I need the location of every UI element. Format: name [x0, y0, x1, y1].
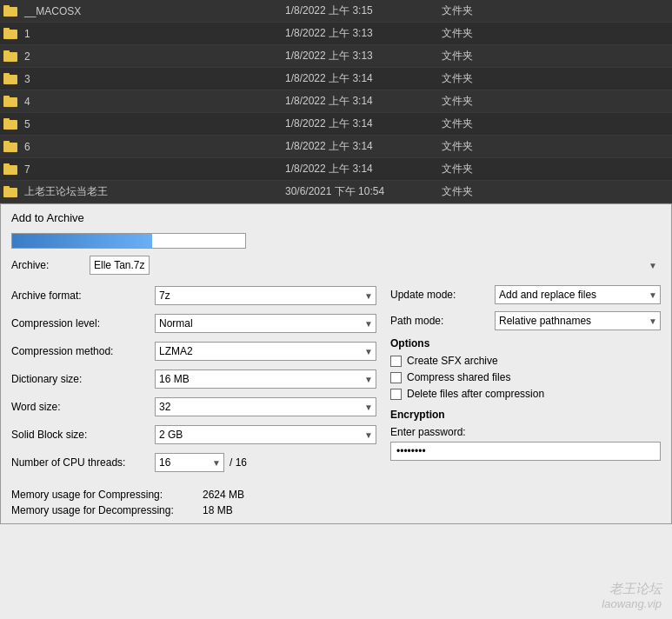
file-date: 1/8/2022 上午 3:14 [285, 162, 442, 176]
progress-bar-fill [12, 234, 152, 248]
bottom-area: Memory usage for Compressing: 2624 MB Me… [1, 485, 671, 523]
compression-method-select[interactable]: LZMA2 [155, 342, 376, 361]
form-area: Archive format: 7z Compression level: No… [1, 280, 671, 485]
word-size-row: Word size: 32 [11, 396, 376, 417]
delete-after-label: Delete files after compression [407, 388, 544, 400]
archive-format-label: Archive format: [11, 290, 155, 302]
compression-level-row: Compression level: Normal [11, 313, 376, 334]
watermark-text2: laowang.vip [602, 597, 662, 610]
compress-shared-checkbox[interactable] [390, 372, 402, 383]
archive-format-row: Archive format: 7z [11, 285, 376, 306]
file-date: 1/8/2022 上午 3:13 [285, 26, 442, 41]
path-mode-row: Path mode: Relative pathnames [390, 311, 661, 330]
svg-rect-13 [3, 141, 10, 144]
word-size-select[interactable]: 32 [155, 397, 376, 416]
form-left: Archive format: 7z Compression level: No… [11, 285, 376, 480]
folder-icon [3, 185, 19, 199]
memory-decompress-value: 18 MB [203, 504, 233, 516]
main-container: __MACOSX 1/8/2022 上午 3:15 文件夹 1 1/8/2022… [0, 0, 672, 619]
compress-shared-row: Compress shared files [390, 371, 661, 383]
archive-select[interactable]: Elle Tan.7z [90, 256, 150, 275]
file-row-5[interactable]: 5 1/8/2022 上午 3:14 文件夹 [0, 113, 672, 136]
folder-icon [3, 117, 19, 131]
cpu-threads-suffix: / 16 [230, 456, 247, 469]
archive-row: Archive: Elle Tan.7z [1, 254, 671, 280]
file-row-6[interactable]: 6 1/8/2022 上午 3:14 文件夹 [0, 136, 672, 158]
file-name: 5 [24, 118, 285, 130]
dialog-title: Add to Archive [1, 204, 671, 230]
progress-bar-container [11, 233, 246, 249]
cpu-threads-select[interactable]: 16 [155, 453, 224, 472]
compression-method-wrapper: LZMA2 [155, 342, 376, 361]
dictionary-size-wrapper: 16 MB [155, 369, 376, 389]
options-title: Options [390, 337, 661, 349]
file-row-4[interactable]: 4 1/8/2022 上午 3:14 文件夹 [0, 90, 672, 113]
file-row-laowang[interactable]: 上老王论坛当老王 30/6/2021 下午 10:54 文件夹 [0, 181, 672, 203]
compression-method-row: Compression method: LZMA2 [11, 341, 376, 362]
memory-compress-value: 2624 MB [203, 489, 244, 501]
svg-rect-5 [3, 50, 10, 54]
compression-method-label: Compression method: [11, 345, 155, 357]
file-row-3[interactable]: 3 1/8/2022 上午 3:14 文件夹 [0, 68, 672, 90]
create-sfx-label: Create SFX archive [407, 355, 498, 367]
file-date: 1/8/2022 上午 3:14 [285, 71, 442, 86]
archive-select-wrapper: Elle Tan.7z [90, 256, 661, 275]
file-date: 1/8/2022 上午 3:15 [285, 3, 442, 18]
memory-compress-label: Memory usage for Compressing: [11, 489, 203, 501]
archive-format-select[interactable]: 7z [155, 286, 376, 305]
file-type: 文件夹 [442, 116, 669, 131]
file-name: 2 [24, 50, 285, 63]
delete-after-checkbox[interactable] [390, 389, 402, 400]
dictionary-size-select[interactable]: 16 MB [155, 369, 376, 389]
solid-block-label: Solid Block size: [11, 429, 155, 441]
update-mode-wrapper: Add and replace files [495, 285, 661, 304]
folder-icon [3, 50, 19, 63]
file-date: 1/8/2022 上午 3:13 [285, 49, 442, 63]
file-name: 4 [24, 96, 285, 108]
file-name: __MACOSX [24, 5, 285, 17]
svg-rect-3 [3, 28, 10, 31]
create-sfx-checkbox[interactable] [390, 356, 402, 367]
file-name: 6 [24, 141, 285, 153]
memory-decompress-label: Memory usage for Decompressing: [11, 504, 203, 516]
password-field[interactable] [390, 442, 661, 461]
memory-compress-row: Memory usage for Compressing: 2624 MB [11, 489, 661, 501]
word-size-wrapper: 32 [155, 397, 376, 416]
file-type: 文件夹 [442, 3, 669, 18]
svg-rect-11 [3, 118, 10, 122]
file-list-area: __MACOSX 1/8/2022 上午 3:15 文件夹 1 1/8/2022… [0, 0, 672, 203]
watermark-text1: 老王论坛 [602, 581, 662, 597]
solid-block-select[interactable]: 2 GB [155, 425, 376, 444]
path-mode-label: Path mode: [390, 315, 495, 327]
password-label: Enter password: [390, 426, 661, 438]
file-type: 文件夹 [442, 162, 669, 176]
file-name: 3 [24, 73, 285, 85]
file-date: 30/6/2021 下午 10:54 [285, 184, 442, 199]
encryption-section: Encryption Enter password: [390, 409, 661, 461]
folder-icon [3, 27, 19, 41]
folder-icon [3, 140, 19, 154]
dictionary-size-label: Dictionary size: [11, 373, 155, 385]
create-sfx-row: Create SFX archive [390, 355, 661, 367]
update-mode-label: Update mode: [390, 289, 495, 301]
file-type: 文件夹 [442, 49, 669, 63]
folder-icon [3, 72, 19, 86]
svg-rect-17 [3, 186, 10, 190]
svg-rect-7 [3, 73, 10, 77]
form-right: Update mode: Add and replace files Path … [390, 285, 661, 480]
file-row-macosx[interactable]: __MACOSX 1/8/2022 上午 3:15 文件夹 [0, 0, 672, 23]
file-name: 1 [24, 28, 285, 40]
file-row-7[interactable]: 7 1/8/2022 上午 3:14 文件夹 [0, 158, 672, 181]
archive-format-wrapper: 7z [155, 286, 376, 305]
file-name: 7 [24, 163, 285, 176]
delete-after-row: Delete files after compression [390, 388, 661, 400]
file-name: 上老王论坛当老王 [24, 184, 285, 199]
file-type: 文件夹 [442, 26, 669, 41]
path-mode-select[interactable]: Relative pathnames [495, 311, 661, 330]
svg-rect-9 [3, 96, 10, 99]
compression-level-select[interactable]: Normal [155, 314, 376, 333]
file-row-2[interactable]: 2 1/8/2022 上午 3:13 文件夹 [0, 45, 672, 68]
archive-label: Archive: [11, 259, 90, 271]
update-mode-select[interactable]: Add and replace files [495, 285, 661, 304]
file-row-1[interactable]: 1 1/8/2022 上午 3:13 文件夹 [0, 23, 672, 45]
